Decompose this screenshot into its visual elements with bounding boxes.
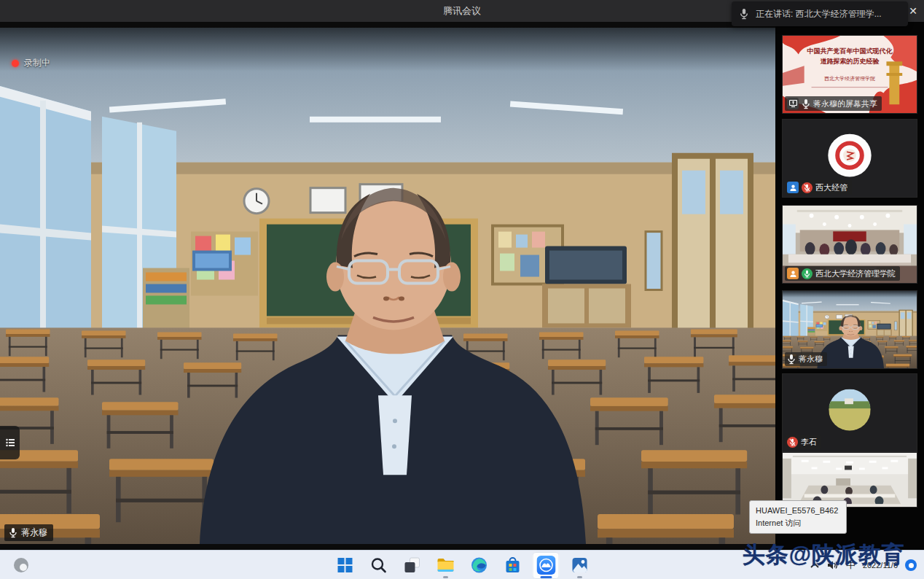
mic-muted-icon — [787, 437, 798, 448]
participant-label: 蒋永穆的屏幕共享 — [785, 96, 882, 111]
windows-start-icon — [336, 556, 353, 574]
network-status: Internet 访问 — [756, 517, 840, 529]
classroom-background — [0, 28, 775, 544]
task-view-icon — [403, 556, 420, 574]
file-explorer-icon — [436, 556, 455, 574]
mic-speaking-icon — [802, 268, 813, 279]
file-explorer-button[interactable] — [432, 552, 459, 579]
participant-name: 西北大学经济管理学院 — [815, 268, 896, 279]
lecture-hall-graphic — [783, 453, 917, 507]
store-button[interactable] — [499, 552, 526, 579]
weather-widget-icon[interactable] — [12, 556, 31, 575]
participant-label: 李石 — [785, 435, 821, 449]
photos-icon — [571, 556, 588, 574]
running-indicator — [443, 576, 448, 578]
taskbar-center — [332, 551, 593, 579]
participant-thumbnail-speaker[interactable]: 蒋永穆 — [782, 290, 917, 369]
tencent-meeting-button[interactable] — [533, 552, 560, 579]
close-icon[interactable]: ✕ — [907, 4, 920, 18]
network-tooltip: HUAWEI_E5576_B462 Internet 访问 — [749, 500, 847, 534]
mic-icon — [802, 98, 810, 109]
participants-sidebar: 中国共产党百年中国式现代化 道路探索的历史经验 西北大学经济管理学院 蒋永穆的屏… — [775, 22, 924, 550]
running-indicator — [540, 576, 552, 578]
speaking-notification-text: 正在讲话: 西北大学经济管理学... — [756, 8, 882, 20]
network-ssid: HUAWEI_E5576_B462 — [756, 505, 840, 517]
screen-share-icon — [787, 98, 799, 109]
participant-name: 蒋永穆 — [799, 354, 823, 365]
participant-thumbnail-room[interactable]: 西北大学经济管理学院 — [782, 205, 917, 284]
list-icon — [5, 438, 15, 448]
main-speaker-name-label: 蒋永穆 — [4, 524, 53, 541]
mic-muted-icon — [802, 182, 813, 193]
participant-thumbnail-avatar[interactable]: 西大经管 — [782, 119, 917, 198]
meeting-content: 录制中 蒋永穆 — [0, 22, 924, 550]
participant-thumbnail-screen-share[interactable]: 中国共产党百年中国式现代化 道路探索的历史经验 西北大学经济管理学院 蒋永穆的屏… — [782, 35, 917, 114]
mic-icon — [787, 354, 796, 365]
slide-subtitle: 西北大学经济管理学院 — [790, 75, 909, 82]
tencent-meeting-icon — [536, 556, 555, 575]
speaking-notification[interactable]: 正在讲话: 西北大学经济管理学... — [732, 1, 908, 26]
recording-dot-icon — [12, 60, 19, 67]
participant-thumbnail-avatar2[interactable]: 李石 — [782, 373, 917, 452]
running-indicator — [577, 576, 582, 578]
participant-label: 蒋永穆 — [785, 352, 827, 366]
speaker-name: 蒋永穆 — [21, 526, 47, 539]
participant-name: 西大经管 — [815, 182, 847, 193]
participant-name: 李石 — [801, 437, 817, 448]
mic-icon — [9, 527, 17, 538]
recording-label: 录制中 — [24, 57, 50, 69]
photos-button[interactable] — [566, 552, 593, 579]
start-button[interactable] — [332, 552, 359, 579]
participant-thumbnail-hall[interactable] — [782, 452, 917, 508]
screen: 腾讯会议 正在讲话: 西北大学经济管理学... ✕ 录制中 蒋永穆 — [0, 0, 924, 579]
edge-button[interactable] — [466, 552, 493, 579]
layout-panel-handle[interactable] — [0, 426, 20, 459]
recording-indicator: 录制中 — [12, 57, 50, 69]
search-icon — [369, 556, 387, 574]
watermark-text: 头条@陕派教育 — [743, 540, 905, 570]
search-button[interactable] — [365, 552, 392, 579]
notification-badge-icon[interactable] — [905, 559, 917, 571]
microsoft-store-icon — [504, 556, 521, 574]
main-speaker-video[interactable]: 录制中 蒋永穆 — [0, 28, 775, 544]
edge-icon — [470, 556, 488, 574]
mic-icon — [739, 8, 749, 20]
slide-title: 中国共产党百年中国式现代化 道路探索的历史经验 — [787, 47, 912, 67]
participant-label: 西大经管 — [785, 180, 852, 195]
host-person-icon — [787, 182, 799, 193]
co-host-person-icon — [787, 268, 799, 279]
participant-label: 西北大学经济管理学院 — [785, 266, 900, 281]
participant-name: 蒋永穆的屏幕共享 — [813, 98, 877, 109]
task-view-button[interactable] — [399, 552, 426, 579]
